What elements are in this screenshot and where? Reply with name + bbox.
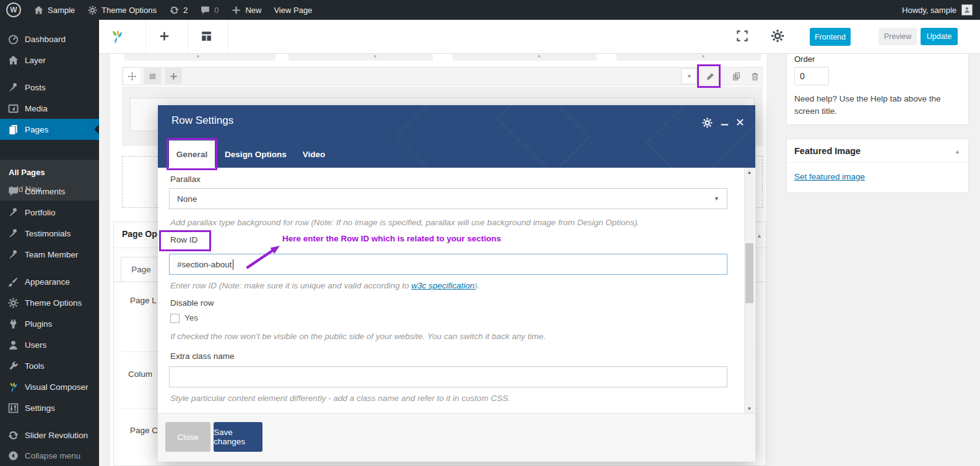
sidebar-item-dashboard[interactable]: Dashboard	[0, 28, 99, 50]
scroll-down-arrow[interactable]: ▼	[744, 404, 755, 413]
update-button-label: Update	[927, 32, 952, 41]
sidebar-item-label: Comments	[25, 187, 65, 196]
sidebar-item-theme-options[interactable]: Theme Options	[0, 292, 99, 313]
sidebar-item-pages[interactable]: Pages	[0, 119, 99, 140]
preview-button[interactable]: Preview	[878, 28, 917, 45]
extra-class-input[interactable]	[169, 366, 727, 387]
scrollbar-thumb[interactable]	[745, 243, 753, 303]
order-value: 0	[800, 71, 805, 81]
collapse-arrow-icon	[7, 450, 19, 462]
row-delete-button[interactable]	[747, 68, 763, 84]
sidebar-item-label: Media	[25, 104, 48, 113]
close-button[interactable]: Close	[165, 422, 210, 452]
set-featured-image-link[interactable]: Set featured image	[794, 172, 865, 181]
admin-bar: W Sample Theme Options 2 0 New View Page…	[0, 0, 980, 20]
tab-page-label: Page	[131, 265, 151, 274]
layout-columns-icon[interactable]	[200, 30, 213, 43]
modal-settings-gear-icon[interactable]	[701, 117, 713, 129]
chevron-down-icon	[686, 73, 693, 80]
update-button[interactable]: Update	[921, 28, 958, 45]
annotation-row-id-tip: Here enter the Row ID which is related t…	[282, 234, 501, 243]
row-move-handle[interactable]	[124, 68, 141, 84]
disable-row-help-text: If checked the row won't be visible on t…	[170, 332, 545, 341]
sidebar-item-media[interactable]: Media	[0, 98, 99, 119]
theme-options-menu[interactable]: Theme Options	[81, 0, 163, 20]
row-id-help-prefix: Enter row ID (Note: make sure it is uniq…	[170, 281, 411, 290]
tab-video[interactable]: Video	[297, 140, 331, 168]
media-icon	[7, 103, 19, 114]
sidebar-item-plugins[interactable]: Plugins	[0, 313, 99, 334]
toolbar-separator	[145, 20, 146, 53]
row-add-button[interactable]	[165, 68, 182, 84]
drag-dot	[702, 55, 705, 58]
tab-design-options[interactable]: Design Options	[222, 140, 289, 168]
copy-icon	[732, 72, 741, 81]
divider	[787, 162, 968, 163]
updates-menu[interactable]: 2	[163, 0, 194, 20]
submenu-item-all-pages[interactable]: All Pages	[0, 164, 99, 181]
sidebar-item-label: Layer	[25, 56, 46, 65]
comments-menu[interactable]: 0	[194, 0, 225, 20]
columns-label: Colum	[128, 369, 152, 379]
gear-icon[interactable]	[770, 28, 785, 43]
w3c-specification-link[interactable]: w3c specification	[411, 281, 474, 290]
add-element-icon[interactable]	[158, 30, 170, 42]
site-name-menu[interactable]: Sample	[27, 0, 81, 20]
extra-class-help-text: Style particular content element differe…	[170, 394, 510, 403]
sidebar-item-slider-revolution[interactable]: Slider Revolution	[0, 425, 99, 446]
parallax-select[interactable]: None ▼	[169, 188, 727, 209]
move-icon	[128, 72, 137, 81]
sidebar-item-collapse-menu[interactable]: Collapse menu	[0, 445, 99, 466]
close-icon[interactable]	[735, 117, 745, 127]
sidebar-item-testimonials[interactable]: Testimonials	[0, 223, 99, 244]
sidebar-item-tools[interactable]: Tools	[0, 355, 99, 376]
scroll-up-arrow[interactable]: ▲	[744, 168, 755, 176]
sidebar-item-users[interactable]: Users	[0, 334, 99, 355]
minimize-icon[interactable]	[719, 119, 731, 131]
fullscreen-icon[interactable]	[735, 29, 749, 43]
paintbrush-icon	[7, 276, 19, 288]
order-input[interactable]: 0	[794, 67, 829, 85]
frontend-button[interactable]: Frontend	[810, 28, 851, 46]
vc-element-stub	[453, 53, 597, 61]
sidebar-item-posts[interactable]: Posts	[0, 77, 99, 98]
account-menu[interactable]: Howdy, sample	[902, 4, 980, 15]
view-page-menu[interactable]: View Page	[267, 0, 318, 20]
row-toggle-button[interactable]	[681, 68, 697, 84]
save-changes-button[interactable]: Save changes	[214, 422, 262, 452]
sidebar-item-appearance[interactable]: Appearance	[0, 271, 99, 292]
admin-sidebar: Dashboard Layer Posts Media Pages All Pa…	[0, 20, 99, 466]
frontend-button-label: Frontend	[815, 33, 846, 41]
gear-icon	[7, 297, 19, 309]
chevron-down-icon: ▼	[714, 196, 719, 202]
disable-row-checkbox[interactable]	[170, 314, 180, 323]
home-icon	[33, 5, 44, 15]
vc-element-stub	[617, 53, 761, 61]
tab-page[interactable]: Page	[121, 257, 162, 282]
updates-count: 2	[183, 6, 188, 15]
vc-element-stub	[124, 53, 275, 61]
modal-title: Row Settings	[171, 114, 233, 127]
sidebar-item-layer[interactable]: Layer	[0, 50, 99, 71]
sidebar-item-label: Pages	[25, 125, 48, 134]
drag-dot	[374, 55, 376, 58]
new-content-menu[interactable]: New	[225, 0, 267, 20]
drag-dot	[538, 55, 540, 58]
wrench-icon	[7, 360, 19, 372]
sidebar-item-portfolio[interactable]: Portfolio	[0, 202, 99, 223]
sidebar-item-team-member[interactable]: Team Member	[0, 244, 99, 265]
row-copy-button[interactable]	[728, 68, 745, 84]
wordpress-menu[interactable]: W	[0, 0, 27, 20]
panel-toggle-icon[interactable]: ▲	[757, 233, 762, 239]
sidebar-item-settings[interactable]: Settings	[0, 397, 99, 418]
panel-toggle-icon[interactable]: ▲	[955, 149, 960, 155]
sidebar-item-visual-composer[interactable]: Visual Composer	[0, 376, 99, 397]
sidebar-item-comments[interactable]: Comments	[0, 181, 99, 202]
row-layout-button[interactable]	[144, 68, 161, 84]
rows-icon	[148, 72, 157, 81]
sidebar-item-label: Plugins	[25, 319, 52, 329]
sidebar-item-label: Settings	[25, 403, 55, 413]
tab-video-label: Video	[303, 150, 326, 159]
row-id-value: #section-about	[177, 260, 232, 269]
page-content-label: Page C	[130, 426, 158, 435]
